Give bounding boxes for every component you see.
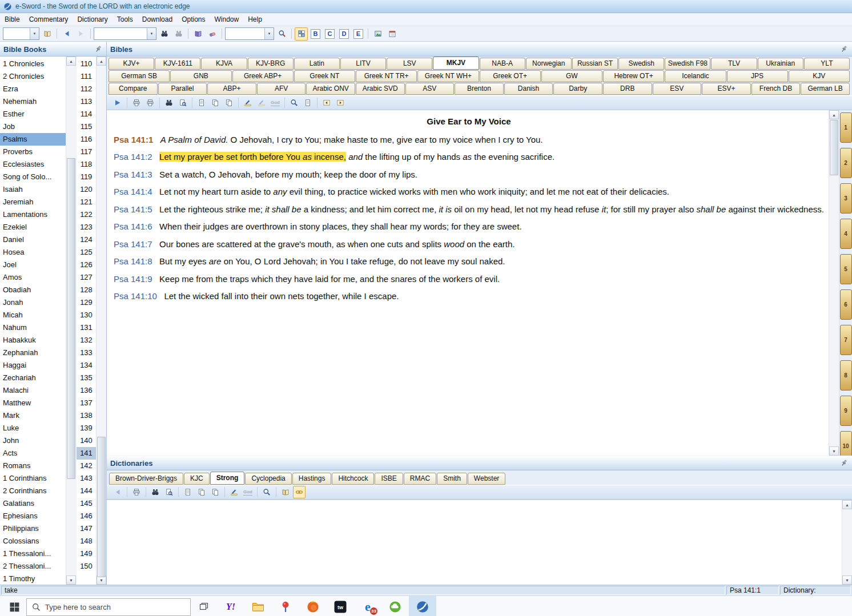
book-item-1-thessaloni[interactable]: 1 Thessaloni... bbox=[0, 547, 66, 560]
chapter-item-142[interactable]: 142 bbox=[77, 460, 96, 472]
chapter-item-141[interactable]: 141 bbox=[77, 447, 96, 460]
book-item-ezekiel[interactable]: Ezekiel bbox=[0, 221, 66, 233]
chapter-item-140[interactable]: 140 bbox=[77, 434, 96, 447]
dictionary-tab-brown-driver-briggs[interactable]: Brown-Driver-Briggs bbox=[109, 473, 183, 485]
verse-ref[interactable]: Psa 141:1 bbox=[114, 135, 153, 144]
bible-tab-lsv[interactable]: LSV bbox=[387, 58, 432, 70]
bible-tab-swedish-f98[interactable]: Swedish F98 bbox=[665, 58, 710, 70]
book-item-zephaniah[interactable]: Zephaniah bbox=[0, 347, 66, 359]
book-item-1-chronicles[interactable]: 1 Chronicles bbox=[0, 58, 66, 70]
book-item-haggai[interactable]: Haggai bbox=[0, 359, 66, 372]
chapter-item-124[interactable]: 124 bbox=[77, 233, 96, 246]
verse-reference-combo[interactable]: ▼ bbox=[94, 27, 156, 40]
file-explorer-taskbar-button[interactable] bbox=[244, 596, 272, 616]
verse-ref[interactable]: Psa 141:10 bbox=[114, 291, 157, 301]
copy-verses-button[interactable] bbox=[209, 96, 222, 109]
book-list-scrollbar[interactable]: ▲▼ bbox=[66, 57, 76, 585]
menu-tools[interactable]: Tools bbox=[112, 14, 138, 25]
book-item-amos[interactable]: Amos bbox=[0, 271, 66, 284]
print-preview-button[interactable] bbox=[144, 96, 156, 109]
chapter-item-144[interactable]: 144 bbox=[77, 485, 96, 497]
start-button[interactable] bbox=[2, 596, 26, 616]
chapter-list-scrollbar[interactable]: ▲▼ bbox=[96, 57, 106, 585]
chapter-item-126[interactable]: 126 bbox=[77, 259, 96, 271]
bible-tab-abp[interactable]: ABP+ bbox=[207, 83, 256, 95]
bible-tab-icelandic[interactable]: Icelandic bbox=[665, 70, 726, 82]
chapter-item-114[interactable]: 114 bbox=[77, 108, 96, 120]
bible-tab-tlv[interactable]: TLV bbox=[711, 58, 757, 70]
book-item-job[interactable]: Job bbox=[0, 120, 66, 133]
chapter-item-118[interactable]: 118 bbox=[77, 158, 96, 171]
bible-list-button[interactable] bbox=[41, 27, 54, 41]
book-item-obadiah[interactable]: Obadiah bbox=[0, 284, 66, 296]
dictionary-tab-strong[interactable]: Strong bbox=[210, 472, 245, 485]
taskbar-search-input[interactable]: Type here to search bbox=[26, 598, 191, 616]
book-item-jeremiah[interactable]: Jeremiah bbox=[0, 196, 66, 208]
book-item-1-timothy[interactable]: 1 Timothy bbox=[0, 573, 66, 585]
book-item-john[interactable]: John bbox=[0, 434, 66, 447]
book-item-nahum[interactable]: Nahum bbox=[0, 321, 66, 334]
bible-tab-german-lb[interactable]: German LB bbox=[801, 83, 850, 95]
bible-tab-parallel[interactable]: Parallel bbox=[158, 83, 207, 95]
dropdown-arrow-icon[interactable]: ▼ bbox=[147, 28, 156, 39]
chapter-marker-8[interactable]: 8 bbox=[840, 360, 852, 390]
menu-window[interactable]: Window bbox=[210, 14, 243, 25]
chapter-item-117[interactable]: 117 bbox=[77, 146, 96, 158]
bible-tab-latin[interactable]: Latin bbox=[294, 58, 340, 70]
scroll-down-button[interactable]: ▼ bbox=[66, 575, 76, 585]
dictionary-search-next-button[interactable] bbox=[163, 486, 175, 498]
bible-tab-danish[interactable]: Danish bbox=[504, 83, 553, 95]
chapter-marker-4[interactable]: 4 bbox=[840, 219, 852, 249]
menu-options[interactable]: Options bbox=[177, 14, 210, 25]
dictionary-highlight-button[interactable] bbox=[228, 486, 240, 498]
dictionary-red-letter-button[interactable]: God bbox=[242, 486, 254, 498]
tw-app-taskbar-button[interactable]: tw bbox=[327, 596, 354, 616]
chapter-item-129[interactable]: 129 bbox=[77, 296, 96, 309]
verse-ref[interactable]: Psa 141:6 bbox=[114, 222, 152, 231]
search-verse-list-button[interactable] bbox=[176, 96, 189, 109]
bible-tab-compare[interactable]: Compare bbox=[108, 83, 158, 95]
chapter-item-111[interactable]: 111 bbox=[77, 70, 96, 83]
dictionary-tab-cyclopedia[interactable]: Cyclopedia bbox=[245, 473, 291, 485]
dictionary-scrollbar[interactable]: ▲▼ bbox=[842, 500, 852, 585]
book-item-habakkuk[interactable]: Habakkuk bbox=[0, 334, 66, 347]
book-item-proverbs[interactable]: Proverbs bbox=[0, 146, 66, 158]
dictionary-window-button[interactable]: D bbox=[337, 27, 351, 41]
topic-notes-button[interactable] bbox=[182, 486, 194, 498]
chapter-item-119[interactable]: 119 bbox=[77, 171, 96, 183]
chapter-item-112[interactable]: 112 bbox=[77, 83, 96, 95]
word-search-button[interactable] bbox=[275, 27, 288, 41]
book-item-song-of-solo[interactable]: Song of Solo... bbox=[0, 171, 66, 183]
chapter-item-131[interactable]: 131 bbox=[77, 321, 96, 334]
dictionary-tab-rmac[interactable]: RMAC bbox=[404, 473, 436, 485]
bible-tab-greek-nt-wh[interactable]: Greek NT WH+ bbox=[417, 70, 479, 82]
bible-tab-greek-ot[interactable]: Greek OT+ bbox=[480, 70, 541, 82]
bible-search-button[interactable] bbox=[163, 96, 175, 109]
bible-tab-greek-abp[interactable]: Greek ABP+ bbox=[232, 70, 294, 82]
bible-tab-gnb[interactable]: GNB bbox=[170, 70, 231, 82]
dropdown-arrow-icon[interactable]: ▼ bbox=[30, 28, 39, 39]
graphics-viewer-button[interactable] bbox=[371, 27, 384, 41]
bible-tab-arabic-svd[interactable]: Arabic SVD bbox=[356, 83, 405, 95]
dictionary-print-button[interactable] bbox=[130, 486, 143, 498]
chapter-item-125[interactable]: 125 bbox=[77, 246, 96, 259]
bible-tab-asv[interactable]: ASV bbox=[405, 83, 455, 95]
book-item-micah[interactable]: Micah bbox=[0, 309, 66, 321]
book-item-romans[interactable]: Romans bbox=[0, 460, 66, 472]
book-item-joel[interactable]: Joel bbox=[0, 259, 66, 271]
bible-tab-arabic-onv[interactable]: Arabic ONV bbox=[306, 83, 355, 95]
chapter-item-132[interactable]: 132 bbox=[77, 334, 96, 347]
book-item-2-thessaloni[interactable]: 2 Thessaloni... bbox=[0, 560, 66, 573]
dictionary-tab-hastings[interactable]: Hastings bbox=[292, 473, 332, 485]
verse-ref[interactable]: Psa 141:9 bbox=[114, 274, 152, 284]
book-item-esther[interactable]: Esther bbox=[0, 108, 66, 120]
chapter-item-123[interactable]: 123 bbox=[77, 221, 96, 233]
dictionary-browse-button[interactable] bbox=[279, 486, 292, 498]
bible-tab-brenton[interactable]: Brenton bbox=[455, 83, 504, 95]
chapter-item-121[interactable]: 121 bbox=[77, 196, 96, 208]
reading-plan-button[interactable] bbox=[385, 27, 399, 41]
chapter-marker-1[interactable]: 1 bbox=[840, 112, 852, 143]
scroll-down-button[interactable]: ▼ bbox=[829, 446, 839, 456]
chapter-item-115[interactable]: 115 bbox=[77, 120, 96, 133]
book-item-acts[interactable]: Acts bbox=[0, 447, 66, 460]
